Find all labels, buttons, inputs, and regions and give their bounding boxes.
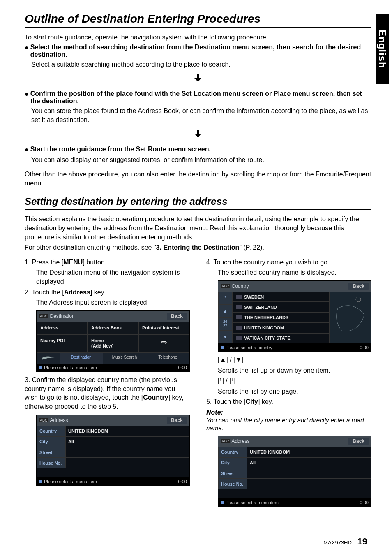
bullet-2: ● Confirm the position of the place foun… (25, 90, 371, 105)
country-name: UNITED KINGDOM (244, 325, 284, 330)
step-5-key: City (246, 398, 258, 405)
abc-icon: ABC (39, 314, 48, 318)
step-2-post: ] key. (90, 289, 106, 296)
note-heading: Note: (206, 409, 371, 416)
shot2-footer: Please select a menu item (44, 479, 97, 484)
field-city-value[interactable]: All (65, 436, 189, 447)
abc-icon: ABC (221, 284, 230, 288)
screenshot-destination-menu: ABCDestination Back Address Address Book… (36, 310, 190, 373)
scroll-sym-1: [▲] / [▼] (218, 355, 371, 364)
page-footer: MAX973HD 19 (323, 536, 367, 547)
bullet-1-body: Select a suitable searching method accor… (31, 60, 371, 69)
menu-poi[interactable]: Points of Interest (138, 322, 189, 334)
screenshot-address-2: ABCAddress Back CountryUNITED KINGDOM Ci… (218, 436, 371, 507)
country-item[interactable]: SWEDEN (232, 292, 329, 302)
bullet-1: ● Select the method of searching destina… (25, 44, 371, 58)
sub-para-2-bold: 3. Entering the Destination (156, 244, 240, 251)
field-street-label[interactable]: Street (37, 447, 65, 458)
field-house-label[interactable]: House No. (37, 458, 65, 468)
country-name: SWEDEN (244, 294, 264, 299)
info-icon (39, 366, 42, 369)
field-city-label[interactable]: City (218, 457, 247, 468)
bullet-icon: ● (25, 146, 29, 153)
step-5-pre: 5. Touch the [ (206, 398, 246, 405)
country-item[interactable]: UNITED KINGDOM (232, 323, 329, 333)
language-tab: English (376, 14, 389, 84)
tab-music-search[interactable]: Music Search (103, 352, 146, 364)
bullet-2-body: You can store the place found to the Add… (31, 107, 371, 124)
step-2: 2. Touch the [Address] key. (25, 288, 190, 297)
bullet-icon: ● (25, 90, 29, 105)
field-house-label[interactable]: House No. (218, 479, 247, 489)
flag-icon (236, 295, 242, 299)
back-button[interactable]: Back (348, 438, 369, 445)
country-item[interactable]: THE NETHERLANDS (232, 312, 329, 322)
shot1-footer: Please select a menu item (44, 365, 97, 370)
field-country-label[interactable]: Country (218, 447, 247, 457)
country-name: THE NETHERLANDS (244, 315, 288, 320)
bullet-1-head: Select the method of searching destinati… (30, 44, 371, 58)
down-arrow-icon (25, 74, 371, 85)
bullet-3: ● Start the route guidance from the Set … (25, 146, 371, 153)
bullet-3-head: Start the route guidance from the Set Ro… (30, 146, 211, 153)
flag-icon (236, 326, 242, 330)
screenshot-address-1: ABCAddress Back CountryUNITED KINGDOM Ci… (36, 415, 190, 486)
note-body: You can omit the city name entry and dir… (206, 416, 371, 432)
field-country-value[interactable]: UNITED KINGDOM (65, 426, 189, 436)
step-1-post: ] button. (83, 259, 106, 266)
field-city-value[interactable]: All (247, 457, 371, 468)
shot4-title: Address (232, 438, 250, 444)
step-3-key: Country (143, 394, 168, 401)
bullet-2-head: Confirm the position of the place found … (30, 90, 371, 105)
step-4-body: The specified country name is displayed. (218, 268, 371, 277)
page-title: Outline of Destination Entering Procedur… (25, 12, 371, 28)
field-street-value[interactable] (247, 468, 371, 479)
sub-para-2: For other destination entering methods, … (25, 243, 371, 252)
tab-destination[interactable]: Destination (60, 352, 103, 364)
field-country-value[interactable]: UNITED KINGDOM (247, 447, 371, 457)
step-5-post: ] key. (258, 398, 273, 405)
field-country-label[interactable]: Country (37, 426, 65, 436)
sub-para-2-pre: For other destination entering methods, … (25, 244, 156, 251)
shot4-time: 0:00 (360, 500, 369, 505)
country-item[interactable]: SWITZERLAND (232, 302, 329, 312)
footer-page-number: 19 (357, 536, 367, 547)
page-up-button[interactable]: ꜛ (218, 292, 232, 305)
menu-address-book[interactable]: Address Book (88, 322, 138, 334)
bullet-icon: ● (25, 44, 29, 58)
field-house-value[interactable] (65, 458, 189, 468)
scroll-sym-2: [ꜛ] / [ꜜ] (218, 376, 371, 385)
country-name: SWITZERLAND (244, 305, 277, 310)
intro-text: To start route guidance, operate the nav… (25, 33, 371, 42)
sub-para-1: This section explains the basic operatio… (25, 215, 371, 241)
screenshot-country-list: ABCCountry Back ꜛ ▲ 26 27 ▼ SWEDEN SWITZ… (218, 280, 371, 352)
menu-nearby-poi[interactable]: Nearby POI (37, 334, 88, 352)
page-counter: 26 27 (218, 317, 232, 331)
back-button[interactable]: Back (348, 283, 369, 290)
country-item[interactable]: VATICAN CITY STATE (232, 333, 329, 343)
menu-next-icon[interactable]: ⇨ (138, 334, 189, 352)
tab-nav-icon[interactable] (37, 352, 60, 364)
bullet-3-body: You can also display other suggested rou… (31, 155, 371, 164)
shot3-title: Country (232, 283, 249, 289)
step-2-key: Address (64, 289, 90, 296)
back-button[interactable]: Back (167, 417, 187, 424)
back-button[interactable]: Back (167, 313, 187, 320)
shot3-time: 0:00 (360, 345, 369, 350)
shot1-title: Destination (50, 313, 75, 319)
field-house-value[interactable] (247, 479, 371, 489)
flag-icon (236, 305, 242, 309)
scroll-down-button[interactable]: ▼ (218, 330, 232, 343)
field-city-label[interactable]: City (37, 436, 65, 447)
scroll-up-button[interactable]: ▲ (218, 304, 232, 317)
field-street-value[interactable] (65, 447, 189, 458)
menu-address[interactable]: Address (37, 322, 88, 334)
footer-model: MAX973HD (323, 540, 352, 546)
step-1-key: MENU (63, 259, 83, 266)
scroll-text-1: Scrolls the list up or down by one item. (218, 366, 371, 375)
tab-telephone[interactable]: Telephone (146, 352, 189, 364)
menu-home[interactable]: Home (Add New) (88, 334, 138, 352)
shot1-time: 0:00 (178, 365, 187, 370)
field-street-label[interactable]: Street (218, 468, 247, 479)
scroll-text-2: Scrolls the list by one page. (218, 387, 371, 396)
